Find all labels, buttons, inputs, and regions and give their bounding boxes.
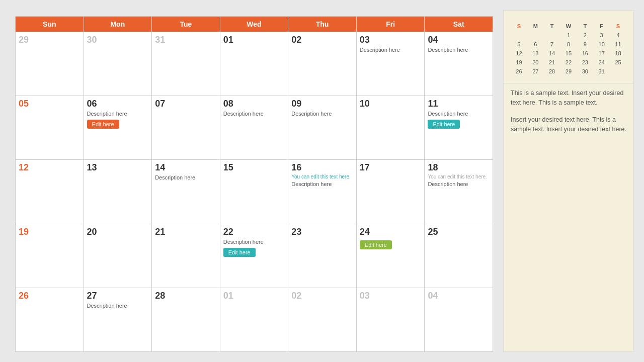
calendar-cell: 15	[220, 160, 288, 224]
day-number: 12	[19, 162, 80, 173]
mini-cal-day	[527, 31, 544, 40]
description-text: Description here	[223, 111, 285, 117]
mini-cal-day	[544, 31, 560, 40]
calendar-cell: 08Description here	[220, 96, 288, 160]
mini-cal-day: 11	[610, 40, 626, 49]
note-text: You can edit this text here.	[291, 174, 353, 179]
day-number: 28	[155, 291, 217, 301]
day-number: 02	[291, 291, 353, 301]
day-number: 03	[360, 291, 422, 301]
calendar-cell: 01	[220, 288, 288, 351]
mini-cal-day	[511, 31, 527, 40]
text-block-area: This is a sample text. Insert your desir…	[503, 83, 634, 352]
mini-weekday-header: T	[577, 22, 593, 31]
day-number: 03	[360, 35, 422, 45]
calendar-cell: 07	[152, 96, 220, 160]
day-number: 13	[87, 162, 149, 173]
calendar-cell: 03Description here	[356, 32, 425, 96]
calendar-cell: 26	[16, 288, 84, 351]
day-number: 17	[360, 162, 422, 173]
day-number: 09	[291, 99, 353, 109]
day-number: 16	[291, 162, 353, 173]
mini-cal-day: 15	[560, 49, 577, 58]
day-number: 23	[291, 227, 353, 237]
mini-calendar-table: SMTWTFS 12345678910111213141516171819202…	[511, 22, 626, 76]
mini-cal-day: 10	[593, 40, 610, 49]
mini-cal-day: 20	[527, 58, 544, 67]
calendar-cell: 10	[356, 96, 425, 160]
edit-button[interactable]: Edit here	[223, 248, 256, 257]
calendar-cell: 11Description hereEdit here	[425, 96, 493, 160]
calendar-cell: 12	[16, 160, 84, 224]
description-text: Description here	[291, 111, 353, 117]
mini-cal-day: 7	[544, 40, 560, 49]
day-number: 04	[428, 291, 490, 301]
day-number: 26	[19, 291, 80, 301]
mini-cal-day: 2	[577, 31, 593, 40]
day-number: 14	[155, 162, 217, 173]
description-text: Description here	[87, 303, 149, 309]
day-number: 04	[428, 35, 490, 45]
calendar-cell: 03	[356, 288, 425, 351]
mini-cal-day: 18	[610, 49, 626, 58]
weekday-header: Fri	[356, 17, 425, 32]
calendar-cell: 01	[220, 32, 288, 96]
mini-weekday-header: M	[527, 22, 544, 31]
mini-cal-day: 31	[593, 67, 610, 76]
day-number: 10	[360, 99, 422, 109]
calendar-cell: 21	[152, 224, 220, 288]
day-number: 27	[87, 291, 149, 301]
mini-cal-day: 27	[527, 67, 544, 76]
edit-button[interactable]: Edit here	[428, 120, 460, 129]
calendar-cell: 13	[84, 160, 152, 224]
weekday-header: Wed	[220, 17, 288, 32]
mini-cal-day: 12	[511, 49, 527, 58]
mini-cal-day: 1	[560, 31, 577, 40]
day-number: 01	[223, 291, 285, 301]
mini-cal-day: 24	[593, 58, 610, 67]
mini-cal-day	[610, 67, 626, 76]
mini-cal-day: 17	[593, 49, 610, 58]
weekday-header: Mon	[84, 17, 152, 32]
calendar-cell: 05	[16, 96, 84, 160]
day-number: 07	[155, 99, 217, 109]
mini-cal-day: 28	[544, 67, 560, 76]
mini-weekday-header: F	[593, 22, 610, 31]
weekday-header: Tue	[152, 17, 220, 32]
text-block: Insert your desired text here. This is a…	[511, 115, 626, 135]
edit-button[interactable]: Edit here	[360, 240, 392, 249]
calendar-cell: 20	[84, 224, 152, 288]
day-number: 22	[223, 227, 285, 237]
description-text: Description here	[155, 174, 217, 180]
edit-button[interactable]: Edit here	[87, 120, 119, 129]
calendar-cell: 14Description here	[152, 160, 220, 224]
weekday-header: Thu	[288, 17, 357, 32]
mini-cal-day: 5	[511, 40, 527, 49]
calendar-cell: 29	[16, 32, 84, 96]
day-number: 21	[155, 227, 217, 237]
description-text: Description here	[428, 111, 490, 117]
day-number: 20	[87, 227, 149, 237]
day-number: 11	[428, 99, 490, 109]
calendar-cell: 16You can edit this text here.Descriptio…	[288, 160, 357, 224]
calendar-cell: 18You can edit this text here.Descriptio…	[425, 160, 493, 224]
day-number: 01	[223, 35, 285, 45]
calendar-cell: 28	[152, 288, 220, 351]
day-number: 15	[223, 162, 285, 173]
calendar-cell: 27Description here	[84, 288, 152, 351]
calendar-cell: 04	[425, 288, 493, 351]
mini-cal-day: 25	[610, 58, 626, 67]
calendar-cell: 19	[16, 224, 84, 288]
day-number: 30	[87, 35, 149, 45]
text-block: This is a sample text. Insert your desir…	[511, 88, 626, 108]
description-text: Description here	[223, 239, 285, 245]
mini-weekday-header: S	[610, 22, 626, 31]
mini-cal-day: 26	[511, 67, 527, 76]
day-number: 31	[155, 35, 217, 45]
day-number: 29	[19, 35, 80, 45]
calendar-cell: 06Description hereEdit here	[84, 96, 152, 160]
weekday-header: Sat	[425, 17, 493, 32]
mini-cal-day: 6	[527, 40, 544, 49]
calendar-cell: 22Description hereEdit here	[220, 224, 288, 288]
mini-cal-day: 13	[527, 49, 544, 58]
